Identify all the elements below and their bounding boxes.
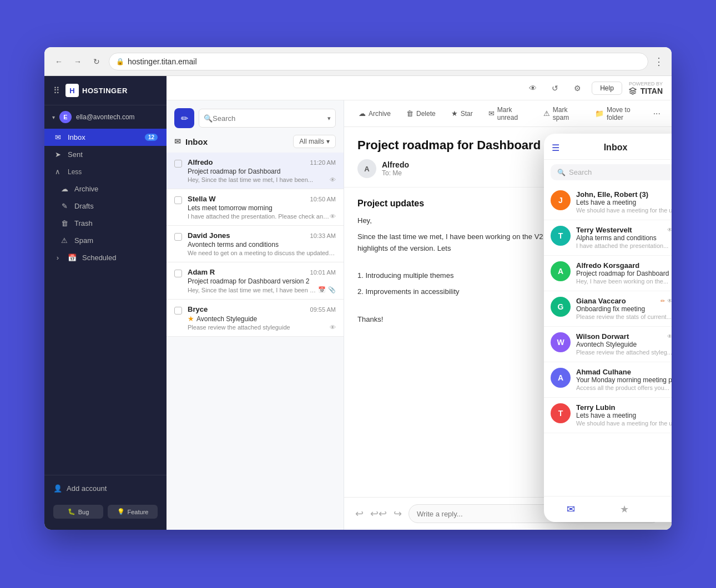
- mobile-search-placeholder: Search: [569, 168, 592, 176]
- mobile-email-item[interactable]: G Giana Vaccaro ✏ 👁 11:10 AM: [544, 291, 672, 327]
- filter-button[interactable]: All mails ▾: [293, 135, 336, 148]
- bug-button[interactable]: 🐛 Bug: [53, 505, 103, 519]
- sidebar-item-less[interactable]: ∧ Less: [44, 163, 167, 180]
- m-read-icon: 👁: [667, 227, 672, 233]
- forward-button[interactable]: →: [71, 55, 84, 68]
- mark-unread-button[interactable]: ✉ Mark unread: [485, 104, 531, 124]
- refresh-mail-icon[interactable]: ↺: [547, 80, 563, 96]
- compose-button[interactable]: ✏: [174, 108, 194, 128]
- reply-all-icon[interactable]: ↩↩: [370, 508, 387, 520]
- inbox-title-row: ✉ Inbox All mails ▾: [167, 133, 344, 153]
- mobile-avatar-a: A: [551, 261, 571, 281]
- add-account-button[interactable]: 👤 Add account: [53, 481, 158, 496]
- mobile-email-item[interactable]: A Alfredo Korsgaard 11:10 AM Project roa…: [544, 256, 672, 291]
- email-time: 09:55 AM: [310, 306, 336, 313]
- mobile-email-item[interactable]: J John, Elle, Robert (3) 11:10 AM Lets h…: [544, 185, 672, 220]
- search-input[interactable]: [213, 114, 327, 123]
- titan-brand: POWERED BY TITAN: [629, 81, 663, 95]
- email-checkbox[interactable]: [174, 160, 182, 168]
- back-button[interactable]: ←: [52, 55, 65, 68]
- sidebar-item-scheduled[interactable]: › 📅 Scheduled: [44, 249, 167, 266]
- email-item[interactable]: David Jones 10:33 AM Avontech terms and …: [167, 226, 344, 262]
- mobile-avatar-g: G: [551, 297, 571, 317]
- address-bar[interactable]: 🔒 hostinger.titan.email: [109, 53, 648, 70]
- topbar-right: 👁 ↺ ⚙ Help POWERED BY TITAN: [525, 80, 663, 96]
- mobile-email-content: John, Elle, Robert (3) 11:10 AM Lets hav…: [576, 190, 672, 214]
- sidebar-item-drafts[interactable]: ✎ Drafts: [44, 197, 167, 215]
- email-item[interactable]: Adam R 10:01 AM Project roadmap for Dash…: [167, 262, 344, 300]
- refresh-button[interactable]: ↻: [90, 55, 103, 68]
- mobile-avatar-j: J: [551, 190, 571, 210]
- read-icon: 👁: [330, 324, 336, 331]
- m-sender: Terry Westervelt: [576, 226, 632, 234]
- email-checkbox[interactable]: [174, 196, 182, 204]
- sidebar-item-trash[interactable]: 🗑 Trash: [44, 215, 167, 232]
- folder-icon: 📁: [595, 109, 604, 118]
- calendar-icon: 📅: [318, 286, 326, 293]
- m-sender: Giana Vaccaro: [576, 297, 626, 305]
- bug-icon: 🐛: [68, 508, 75, 515]
- mobile-nav-mail[interactable]: ✉: [544, 501, 598, 518]
- m-read-icon: 👁: [667, 333, 672, 339]
- sidebar-item-spam[interactable]: ⚠ Spam: [44, 232, 167, 249]
- m-subject: Lets have a meeting: [576, 199, 672, 206]
- archive-icon: ☁: [359, 109, 366, 118]
- mobile-menu-icon[interactable]: ☰: [552, 143, 559, 153]
- move-to-folder-button[interactable]: 📁 Move to folder: [592, 104, 644, 124]
- main-content: ✏ 🔍 ▾ ✉ Inbox All mails: [167, 100, 672, 530]
- mobile-nav-calendar[interactable]: 📅: [651, 501, 672, 518]
- mobile-email-item[interactable]: A Ahmad Culhane 11:10 AM Your Monday mor…: [544, 362, 672, 398]
- search-bar: 🔍 ▾: [199, 109, 336, 128]
- preview-icon[interactable]: 👁: [525, 80, 541, 96]
- more-options-icon[interactable]: ···: [653, 109, 660, 119]
- email-checkbox[interactable]: [174, 270, 182, 277]
- trash-icon: 🗑: [60, 219, 69, 227]
- email-item[interactable]: Alfredo 11:20 AM Project roadmap for Das…: [167, 153, 344, 189]
- star-icon[interactable]: ★: [188, 315, 194, 323]
- logo-area: H HOSTINGER: [65, 84, 128, 97]
- mobile-search-bar[interactable]: 🔍 Search: [551, 164, 672, 180]
- email-sender: Alfredo: [188, 158, 213, 166]
- chevron-right-icon: ›: [53, 254, 62, 262]
- email-subject: Lets meet tomorrow morning: [188, 204, 336, 212]
- m-edit-icon: ✏: [660, 298, 665, 304]
- delete-button[interactable]: 🗑 Delete: [403, 107, 439, 120]
- m-subject: Alpha terms and conditions: [576, 234, 672, 242]
- mobile-nav-star[interactable]: ★: [598, 501, 652, 518]
- email-checkbox[interactable]: [174, 307, 182, 315]
- grid-icon[interactable]: ⠿: [53, 85, 60, 96]
- mark-unread-icon: ✉: [488, 109, 495, 118]
- mobile-inbox-title: Inbox: [564, 143, 667, 153]
- mobile-email-item[interactable]: T Terry Westervelt 👁 11:10 AM Alpha te: [544, 220, 672, 256]
- email-time: 10:33 AM: [310, 232, 336, 239]
- email-time: 10:50 AM: [310, 196, 336, 202]
- email-item[interactable]: Bryce 09:55 AM ★Avontech Styleguide Plea…: [167, 300, 344, 337]
- archive-button[interactable]: ☁ Archive: [355, 107, 394, 120]
- mark-spam-button[interactable]: ⚠ Mark spam: [540, 104, 583, 124]
- feature-button[interactable]: 💡 Feature: [108, 505, 158, 519]
- email-content: David Jones 10:33 AM Avontech terms and …: [188, 231, 336, 256]
- search-dropdown-button[interactable]: ▾: [327, 115, 331, 122]
- m-preview: Access all the product offers you...: [576, 384, 672, 391]
- m-sender: Ahmad Culhane: [576, 368, 631, 376]
- account-section[interactable]: ▾ E ella@avontech.com: [44, 105, 167, 129]
- settings-icon[interactable]: ⚙: [569, 80, 585, 96]
- sidebar-item-archive[interactable]: ☁ Archive: [44, 180, 167, 197]
- mobile-email-item[interactable]: T Terry Lubin 11:10 AM Lets have a meeti…: [544, 398, 672, 433]
- help-button[interactable]: Help: [592, 82, 622, 95]
- email-checkbox[interactable]: [174, 233, 182, 241]
- mobile-email-content: Terry Lubin 11:10 AM Lets have a meeting…: [576, 403, 672, 427]
- sidebar-item-inbox[interactable]: ✉ Inbox 12: [44, 129, 167, 146]
- star-button[interactable]: ★ Star: [448, 107, 476, 120]
- browser-menu-icon[interactable]: ⋮: [654, 55, 664, 68]
- app-container: ⠿ H HOSTINGER ▾ E ella@avontech.com ✉ In…: [44, 76, 672, 530]
- archive-label: Archive: [74, 185, 158, 193]
- mobile-email-item[interactable]: W Wilson Dorwart 👁 11:10 AM Avontech S: [544, 327, 672, 362]
- email-item[interactable]: Stella W 10:50 AM Lets meet tomorrow mor…: [167, 189, 344, 226]
- m-subject: Project roadmap for Dashboard: [576, 270, 672, 277]
- email-content: Adam R 10:01 AM Project roadmap for Dash…: [188, 268, 336, 293]
- sidebar-item-sent[interactable]: ➤ Sent: [44, 146, 167, 163]
- reply-icon[interactable]: ↩: [355, 508, 364, 520]
- forward-icon[interactable]: ↪: [394, 508, 402, 520]
- m-preview: Hey, I have been working on the...: [576, 278, 672, 285]
